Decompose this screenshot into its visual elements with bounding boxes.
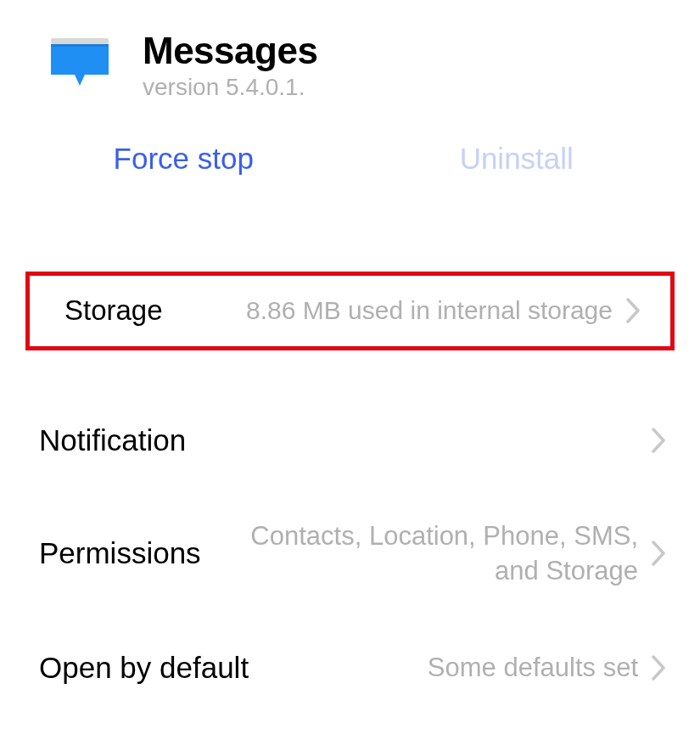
open-by-default-value: Some defaults set [428,650,638,686]
chevron-right-icon [651,541,666,566]
open-by-default-item[interactable]: Open by default Some defaults set [0,628,700,708]
permissions-label: Permissions [39,536,201,570]
app-icon [51,38,109,86]
storage-item[interactable]: Storage 8.86 MB used in internal storage [25,272,675,350]
storage-value: 8.86 MB used in internal storage [246,294,613,328]
permissions-item[interactable]: Permissions Contacts, Location, Phone, S… [0,510,700,598]
app-title: Messages [143,30,317,72]
notification-label: Notification [39,423,186,457]
storage-label: Storage [64,294,163,327]
uninstall-button: Uninstall [367,135,667,182]
chevron-right-icon [625,298,641,323]
svg-rect-1 [51,44,109,75]
app-version: version 5.4.0.1. [143,74,317,101]
svg-rect-0 [51,38,109,44]
chevron-right-icon [651,428,666,453]
notification-item[interactable]: Notification [0,401,700,479]
force-stop-button[interactable]: Force stop [34,135,333,182]
open-by-default-label: Open by default [39,651,249,685]
chevron-right-icon [651,655,666,681]
svg-rect-2 [51,44,109,47]
permissions-value: Contacts, Location, Phone, SMS, and Stor… [231,518,638,590]
